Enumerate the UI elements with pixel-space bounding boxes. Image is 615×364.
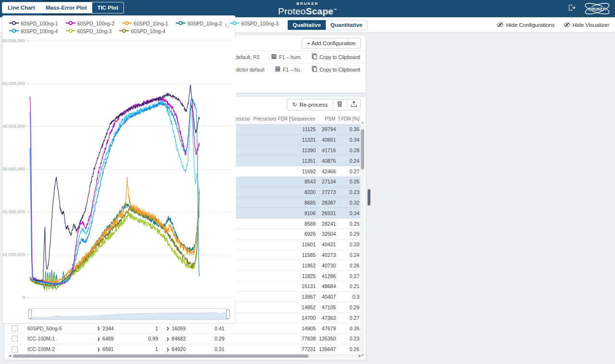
legend-item[interactable]: 60SPD_100ng-2 <box>66 21 115 26</box>
chart-refresh-icon[interactable]: ↻ <box>224 22 230 30</box>
table-row[interactable]: ICC-100M-1❯64690.99❯846820.2977638135350… <box>8 334 362 344</box>
table-row[interactable]: 60SPD_50ng-5❯23441❯160590.4114905476790.… <box>8 323 362 334</box>
tic-plot-container: 60SPD_100ng-160SPD_100ng-260SPD_10ng-160… <box>2 15 235 324</box>
brand-light-label: Proteo <box>278 6 306 16</box>
scroll-up-arrow[interactable]: ▲ <box>360 121 365 124</box>
legend-label: 60SPD_10ng-1 <box>134 21 168 26</box>
panel-splitter-handle[interactable] <box>368 189 370 206</box>
sequences-cell: 8543 <box>292 177 319 187</box>
row-checkbox[interactable] <box>12 336 18 342</box>
psm-cell: 40730 <box>319 260 339 270</box>
column-header-precfdr[interactable]: Precursors FDR [%] <box>250 114 292 124</box>
psm-cell: 40431 <box>319 240 339 250</box>
psm-cell: 27273 <box>319 187 339 197</box>
reprocess-button[interactable]: ↻ Re-process <box>287 99 332 110</box>
psm-fdr-cell: 0.25 <box>339 218 362 229</box>
row-checkbox[interactable] <box>12 346 18 352</box>
column-header-seq[interactable]: Sequences <box>292 114 319 124</box>
vertical-scrollbar[interactable]: ▲ ▼ <box>360 124 365 353</box>
protein-groups-cell: ❯2344 <box>92 323 127 333</box>
sample-name-cell: 60SPD_50ng-5 <box>21 323 92 333</box>
table-row[interactable]: ICC-100M-2❯65911❯849200.31772311356470.2… <box>8 344 362 354</box>
horizontal-scrollbar-thumb[interactable] <box>13 354 308 358</box>
precursors-fdr-cell <box>250 313 292 323</box>
psm-fdr-cell: 0.24 <box>339 250 362 260</box>
precursors-fdr-cell <box>250 292 292 302</box>
scroll-right-arrow[interactable]: ▶ <box>359 354 361 358</box>
psm-cell: 47105 <box>319 303 339 313</box>
action-hide-visualizer[interactable]: Hide Visualizer <box>564 22 610 28</box>
psm-cell: 135350 <box>319 334 339 344</box>
action-hide-configurations[interactable]: Hide Configurations <box>497 22 554 28</box>
legend-item[interactable]: 60SPD_10ng-4 <box>119 28 165 34</box>
legend-label: 60SPD_100ng-4 <box>21 28 58 34</box>
export-samples-button[interactable] <box>347 99 360 110</box>
psm-fdr-cell: 0.29 <box>339 303 362 313</box>
tic-plot-canvas[interactable] <box>2 38 236 300</box>
precursors-fdr-cell <box>250 344 292 354</box>
legend-item[interactable]: 60SPD_100ng-1 <box>9 21 58 26</box>
column-header-psm[interactable]: PSM <box>319 114 339 124</box>
sequences-cell: 11601 <box>292 240 319 250</box>
peptides-cell: ❯84920 <box>161 344 193 354</box>
horizontal-scrollbar[interactable]: ◀ ▶ <box>8 354 362 358</box>
legend-item[interactable]: 60SPD_100ng-3 <box>230 21 279 26</box>
visualizer-tabs: Line ChartMass-Error PlotTIC Plot <box>2 2 124 13</box>
copy-to-clipboard-button[interactable]: Copy to Clipboard <box>312 53 360 61</box>
sequences-cell: 8200 <box>292 187 319 197</box>
peptides-expand[interactable]: ❯16059 <box>164 325 189 332</box>
datazoom-slider[interactable] <box>27 307 230 321</box>
legend-marker-icon <box>119 28 129 34</box>
view-toggle-quantitative[interactable]: Quantitative <box>326 20 367 30</box>
viz-tab-line-chart[interactable]: Line Chart <box>2 2 40 13</box>
legend-item[interactable]: 60SPD_10ng-3 <box>66 28 112 34</box>
sequences-cell: 8589 <box>292 218 319 229</box>
legend-item[interactable]: 60SPD_10ng-1 <box>122 21 168 26</box>
trash-icon <box>337 100 343 109</box>
sequences-cell: 15131 <box>292 281 319 291</box>
row-checkbox[interactable] <box>12 325 18 331</box>
precursors-fdr-cell <box>250 323 292 333</box>
psm-fdr-cell: 0.34 <box>339 135 362 145</box>
view-toggle-qualitative[interactable]: Qualitative <box>288 20 326 30</box>
add-configuration-button[interactable]: + Add Configuration <box>302 38 361 49</box>
row-checkbox-cell <box>8 323 21 333</box>
column-header-psmfdr[interactable]: PSM FDR [%] <box>339 114 362 124</box>
peptides-expand[interactable]: ❯84682 <box>164 335 189 342</box>
protein-groups-expand[interactable]: ❯6591 <box>95 346 117 352</box>
sequences-cell: 11390 <box>292 146 319 156</box>
vertical-scrollbar-thumb[interactable] <box>361 129 364 170</box>
psm-fdr-cell: 0.28 <box>339 146 362 156</box>
sequences-cell: 14852 <box>292 303 319 313</box>
precursors-cell <box>227 344 250 354</box>
peptides-cell: ❯16059 <box>161 323 193 333</box>
sequences-cell: 14905 <box>292 323 319 333</box>
legend-marker-icon <box>9 21 19 26</box>
peptides-expand[interactable]: ❯84920 <box>164 346 189 352</box>
psm-cell: 39794 <box>319 124 339 134</box>
viz-tab-tic-plot[interactable]: TIC Plot <box>92 2 123 13</box>
export-icon <box>351 100 357 109</box>
scroll-left-arrow[interactable]: ◀ <box>9 354 11 358</box>
legend-marker-icon <box>66 21 75 26</box>
config-item-fasta: F1 – hum... <box>271 54 301 60</box>
config-item-label: F1 – hu... <box>283 67 301 73</box>
viz-tab-mass-error-plot[interactable]: Mass-Error Plot <box>40 2 92 13</box>
psm-fdr-cell: 0.26 <box>339 177 362 187</box>
legend-item[interactable]: 60SPD_100ng-4 <box>9 28 58 34</box>
protein-groups-expand[interactable]: ❯6469 <box>95 335 117 342</box>
sample-name-cell: ICC-100M-1 <box>21 334 92 344</box>
legend-row: 60SPD_100ng-160SPD_100ng-260SPD_10ng-160… <box>9 21 218 26</box>
psm-cell: 26931 <box>319 208 339 218</box>
sequences-cell: 8685 <box>292 198 319 208</box>
delete-samples-button[interactable] <box>333 99 346 110</box>
psm-fdr-cell: 0.35 <box>339 323 362 333</box>
copy-to-clipboard-button[interactable]: Copy to Clipboard <box>312 66 360 73</box>
proteoscape-logo: BRUKER ProteoScape™ <box>278 1 337 15</box>
protein-groups-expand[interactable]: ❯2344 <box>95 325 117 332</box>
copy-label: Copy to Clipboard <box>320 54 360 60</box>
logout-icon[interactable] <box>568 4 576 13</box>
psm-cell: 40876 <box>319 156 339 166</box>
legend-item[interactable]: 60SPD_10ng-2 <box>176 21 222 26</box>
expand-chevron-icon: ❯ <box>97 347 100 352</box>
